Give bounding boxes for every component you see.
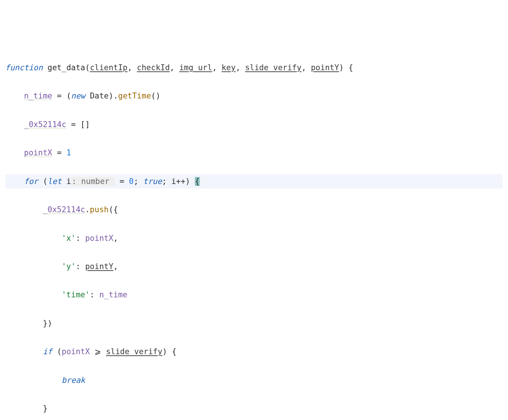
identifier: slide_verify — [106, 347, 163, 356]
code-line: function get_data(clientIp, checkId, img… — [5, 61, 503, 75]
number-literal: 1 — [66, 148, 71, 157]
identifier: n_time — [99, 290, 128, 299]
identifier: n_time — [24, 91, 52, 100]
function-name: get_data — [48, 63, 85, 72]
identifier: pointX — [85, 234, 113, 243]
string-key: 'time' — [62, 290, 90, 299]
cursor-brace: { — [195, 177, 200, 186]
keyword-if: if — [43, 347, 52, 356]
code-line: _0x52114c = [] — [5, 117, 503, 132]
code-line: pointX = 1 — [5, 146, 503, 160]
keyword-function: function — [5, 63, 43, 72]
param: checkId — [137, 63, 170, 72]
code-line: break — [5, 373, 503, 387]
code-line: }) — [5, 316, 503, 330]
code-line: if (pointX ⩾ slide_verify) { — [5, 345, 503, 359]
code-line: } — [5, 401, 503, 416]
class-name: Date — [90, 91, 109, 100]
code-line-highlighted: for (let i: number = 0; true; i++) { — [5, 174, 503, 188]
increment: i++ — [171, 177, 186, 186]
code-line: 'time': n_time — [5, 288, 503, 302]
identifier: _0x52114c — [24, 120, 67, 129]
param: img_url — [179, 63, 212, 72]
boolean-literal: true — [143, 177, 162, 186]
param: clientIp — [90, 63, 128, 72]
code-line: _0x52114c.push({ — [5, 203, 503, 217]
keyword-break: break — [62, 376, 85, 385]
code-line: 'x': pointX, — [5, 231, 503, 245]
type-hint: : number — [71, 177, 115, 186]
identifier: pointX — [24, 148, 52, 157]
code-line: 'y': pointY, — [5, 259, 503, 274]
number-literal: 0 — [129, 177, 134, 186]
string-key: 'x' — [62, 234, 76, 243]
identifier: i — [66, 177, 71, 186]
keyword-new: new — [71, 91, 85, 100]
param: key — [222, 63, 236, 72]
code-editor[interactable]: function get_data(clientIp, checkId, img… — [5, 61, 503, 420]
method-name: getTime — [118, 91, 151, 100]
keyword-for: for — [24, 177, 38, 186]
identifier: _0x52114c — [43, 205, 85, 214]
identifier: pointX — [62, 347, 90, 356]
keyword-let: let — [48, 177, 62, 186]
code-line: n_time = (new Date).getTime() — [5, 89, 503, 103]
param: pointY — [311, 63, 339, 72]
string-key: 'y' — [62, 262, 76, 271]
method-name: push — [90, 205, 109, 214]
identifier: pointY — [85, 262, 113, 271]
param: slide_verify — [245, 63, 302, 72]
